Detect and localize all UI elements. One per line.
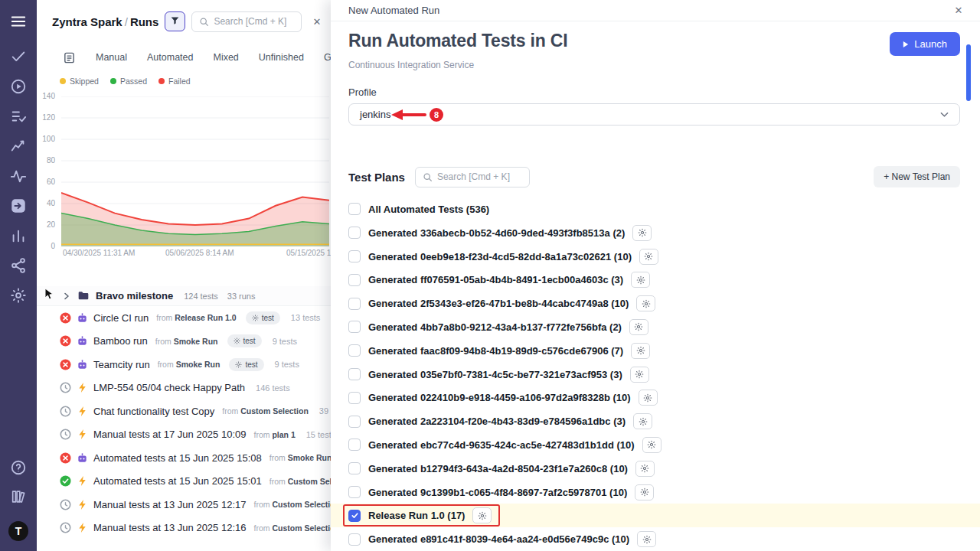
test-plans-search-input[interactable] [437, 171, 522, 182]
plan-settings-button[interactable] [629, 319, 648, 335]
run-type-icon [77, 406, 88, 417]
test-plan-row[interactable]: Generated e891c41f-8039-4e64-aa24-e0d56e… [348, 527, 960, 551]
plan-checkbox[interactable] [348, 533, 361, 546]
run-row[interactable]: Circle CI run from Release Run 1.0 test … [37, 306, 331, 330]
library-icon[interactable] [10, 488, 27, 505]
test-plan-row[interactable]: Generated ebc77c4d-9635-424c-ac5e-427483… [348, 433, 960, 457]
import-runs-icon[interactable] [10, 197, 27, 214]
test-plan-row[interactable]: Generated b12794f3-643a-4a2d-8504-23f1e7… [348, 457, 960, 481]
run-row[interactable]: Automated tests at 15 Jun 2025 15:01 fro… [37, 470, 331, 494]
run-status-icon [60, 522, 71, 533]
test-plan-row[interactable]: Generated 336abecb-0b52-4d60-9ded-493f3f… [348, 221, 960, 245]
test-plans-list: All Automated Tests (536) Generated 336a… [348, 197, 960, 551]
settings-gear-icon[interactable] [10, 287, 27, 304]
plan-checkbox[interactable] [348, 321, 361, 333]
runs-panel: Zyntra Spark/Runs ✕ ManualAutomatedMixed… [37, 0, 331, 551]
test-plan-row[interactable]: Generated faac8f09-94b8-4b19-89d9-c576cd… [348, 339, 960, 363]
test-plans-search[interactable] [415, 167, 530, 187]
test-plan-row[interactable]: Release Run 1.0 (17) [331, 504, 980, 527]
test-plan-row[interactable]: Generated ff076591-05ab-4b4b-8491-1ecb00… [348, 268, 960, 292]
profile-select[interactable]: jenkins 8 [348, 103, 960, 126]
plan-checkbox[interactable] [348, 510, 361, 522]
launch-button[interactable]: Launch [890, 32, 960, 56]
test-plan-row[interactable]: All Automated Tests (536) [348, 197, 960, 221]
tab-automated[interactable]: Automated [147, 52, 193, 63]
plan-checkbox[interactable] [348, 298, 361, 310]
caret-right-icon[interactable] [62, 292, 71, 301]
trend-chart-icon[interactable] [10, 138, 27, 155]
plan-settings-button[interactable] [642, 437, 662, 453]
bar-chart-icon[interactable] [10, 227, 27, 244]
plan-checkbox[interactable] [348, 439, 361, 451]
plan-checkbox[interactable] [348, 368, 361, 380]
checks-icon[interactable] [10, 48, 27, 65]
plan-checkbox[interactable] [348, 203, 361, 215]
run-row[interactable]: Teamcity run from Smoke Run test 9 tests [37, 353, 331, 377]
tab-unfinished[interactable]: Unfinished [259, 52, 304, 63]
plan-settings-button[interactable] [639, 249, 658, 265]
filter-button[interactable] [165, 11, 185, 31]
pulse-icon[interactable] [10, 168, 27, 184]
app-logo[interactable]: T [8, 521, 28, 541]
test-plan-row[interactable]: Generated 4bb7a8b0-9212-43a4-b137-f772fe… [348, 315, 960, 339]
plan-settings-button[interactable] [633, 413, 652, 429]
plan-settings-button[interactable] [632, 225, 652, 241]
play-circle-icon[interactable] [10, 78, 27, 95]
chart-y-axis: 140120100806040200 [37, 96, 57, 246]
plan-settings-button[interactable] [635, 461, 655, 477]
sidebar-nav [10, 48, 27, 304]
plan-settings-button[interactable] [472, 507, 492, 523]
scrollbar-thumb[interactable] [966, 44, 971, 101]
run-row[interactable]: Chat functionality test Copy from Custom… [37, 399, 331, 423]
test-plan-row[interactable]: Generated 022410b9-e918-4459-a106-97d2a9… [348, 386, 960, 409]
run-source: from Custom Selection [222, 406, 309, 416]
test-plan-row[interactable]: Generated 2a223104-f20e-4b43-83d9-e78459… [348, 409, 960, 433]
plan-settings-button[interactable] [639, 390, 658, 406]
milestone-group-row[interactable]: Bravo milestone 124 tests 33 runs [37, 286, 331, 306]
test-plan-row[interactable]: Generated 9c1399b1-c065-4f84-8697-7af2c5… [348, 481, 960, 504]
plan-settings-button[interactable] [635, 484, 654, 500]
plan-settings-button[interactable] [631, 272, 650, 288]
breadcrumb-section[interactable]: Runs [130, 15, 159, 28]
plan-settings-button[interactable] [630, 367, 649, 383]
plan-checkbox[interactable] [348, 486, 361, 498]
share-branch-icon[interactable] [10, 257, 27, 274]
new-test-plan-button[interactable]: + New Test Plan [874, 166, 960, 187]
run-row[interactable]: Automated tests at 15 Jun 2025 15:08 fro… [37, 446, 331, 470]
plan-checkbox[interactable] [348, 250, 361, 262]
run-row[interactable]: Bamboo run from Smoke Run test 9 tests [37, 330, 331, 354]
plan-checkbox[interactable] [348, 462, 361, 474]
run-name: Bamboo run [93, 335, 148, 347]
runs-search-input[interactable] [214, 16, 294, 27]
plan-checkbox[interactable] [348, 274, 361, 286]
plan-checkbox[interactable] [348, 392, 361, 404]
runs-panel-close-button[interactable]: ✕ [308, 12, 326, 31]
plan-checkbox[interactable] [348, 227, 361, 239]
run-row[interactable]: Manual tests at 13 Jun 2025 12:17 from C… [37, 493, 331, 517]
tab-mixed[interactable]: Mixed [213, 52, 238, 63]
panel-close-button[interactable]: ✕ [949, 2, 968, 20]
help-icon[interactable] [10, 459, 27, 476]
menu-icon[interactable] [10, 13, 27, 30]
plan-label: Generated 2a223104-f20e-4b43-83d9-e78459… [368, 416, 626, 427]
run-list-icon[interactable] [10, 108, 27, 125]
test-plan-row[interactable]: Generated 2f5343e3-ef26-47b1-be8b-44cabc… [348, 292, 960, 315]
play-icon [903, 41, 909, 48]
runs-search[interactable] [191, 11, 302, 32]
run-row[interactable]: Manual tests at 13 Jun 2025 12:16 from C… [37, 517, 331, 540]
plan-checkbox[interactable] [348, 416, 361, 428]
tab-manual[interactable]: Manual [96, 52, 127, 63]
plan-label: Generated e891c41f-8039-4e64-aa24-e0d56e… [368, 533, 629, 545]
plan-settings-button[interactable] [637, 531, 656, 547]
plan-settings-button[interactable] [636, 295, 655, 311]
plan-checkbox[interactable] [348, 344, 361, 357]
run-row[interactable]: LMP-554 05/04 check Happy Path 146 tests [37, 377, 331, 400]
test-plan-row[interactable]: Generated 035e7bf0-7381-4c5c-be77-321e73… [348, 363, 960, 386]
run-row[interactable]: Manual tests at 17 Jun 2025 10:09 from p… [37, 423, 331, 447]
plan-settings-button[interactable] [631, 343, 650, 359]
app-root: T Zyntra Spark/Runs ✕ ManualAutomatedMix… [0, 0, 980, 551]
breadcrumb-app[interactable]: Zyntra Spark [52, 15, 122, 28]
test-plan-row[interactable]: Generated 0eeb9e18-f23d-4cd5-82dd-8a1a73… [348, 245, 960, 269]
run-type-icon [77, 475, 88, 487]
tab-groups[interactable]: Groups [324, 52, 331, 63]
